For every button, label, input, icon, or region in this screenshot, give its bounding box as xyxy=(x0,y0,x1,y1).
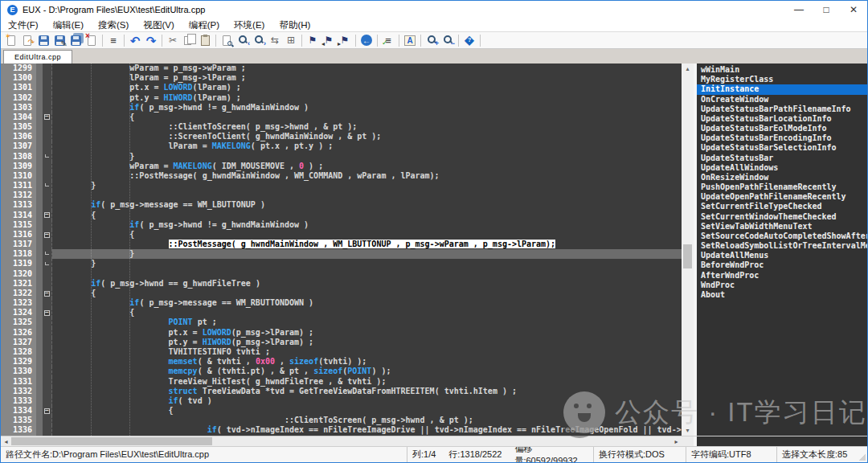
code-line[interactable]: 1311 } xyxy=(1,181,682,191)
fold-margin[interactable] xyxy=(43,93,52,103)
code-line[interactable]: 1334− { xyxy=(1,406,682,416)
fold-collapse-icon[interactable]: − xyxy=(44,212,50,218)
fold-collapse-icon[interactable]: − xyxy=(44,232,50,238)
save-button[interactable] xyxy=(35,32,51,48)
scroll-left-arrow-icon[interactable]: ◂ xyxy=(1,436,11,446)
save-all-button[interactable] xyxy=(68,32,84,48)
fold-margin[interactable] xyxy=(43,152,52,162)
function-list-item[interactable]: AfterWndProc xyxy=(697,271,867,281)
fold-margin[interactable]: − xyxy=(43,289,52,298)
fold-margin[interactable] xyxy=(43,269,52,279)
code-line[interactable]: 1328 TVHITTESTINFO tvhti ; xyxy=(1,347,682,357)
fold-margin[interactable] xyxy=(43,367,52,376)
code-line[interactable]: 1321 if( p_msg->hwnd == g_hwndFileTree ) xyxy=(1,279,682,289)
code-line[interactable]: 1322− { xyxy=(1,289,682,298)
code-line[interactable]: 1308 } xyxy=(1,152,682,162)
menu-item-help[interactable]: 帮助(H) xyxy=(272,18,317,31)
menu-item-program[interactable]: 编程(P) xyxy=(182,18,227,31)
code-line[interactable]: 1327 pt.y = HIWORD(p_msg->lParam) ; xyxy=(1,338,682,347)
function-list-item[interactable]: UpdateOpenPathFilenameRecently xyxy=(697,192,867,202)
find-button[interactable] xyxy=(219,32,235,48)
code-line[interactable]: 1330 memcpy( & (tvhti.pt) , & pt , sizeo… xyxy=(1,367,682,376)
fold-margin[interactable] xyxy=(43,83,52,92)
code-line[interactable]: 1313 if( p_msg->message == WM_LBUTTONUP … xyxy=(1,200,682,210)
redo-button[interactable]: ↷ xyxy=(143,32,159,48)
function-list-item[interactable]: UpdateStatusBar xyxy=(697,154,867,163)
vertical-scroll-thumb[interactable] xyxy=(683,244,692,268)
fold-margin[interactable] xyxy=(43,328,52,338)
function-list-item[interactable]: SetReloadSymbolListOrTreeIntervalMen xyxy=(697,241,867,251)
about-button[interactable]: ◆? xyxy=(461,32,477,48)
fold-collapse-icon[interactable]: − xyxy=(44,291,50,297)
fold-margin[interactable] xyxy=(43,103,52,113)
function-list-item[interactable]: PushOpenPathFilenameRecently xyxy=(697,182,867,192)
code-editor[interactable]: 1299 wParam = p_msg->wParam ;1300 lParam… xyxy=(1,64,682,436)
code-line[interactable]: 1318 } xyxy=(1,249,682,259)
code-line[interactable]: 1302 pt.y = HIWORD(lParam) ; xyxy=(1,93,682,103)
function-list-item[interactable]: WndProc xyxy=(697,281,867,290)
function-list-item[interactable]: UpdateStatusBarEolModeInfo xyxy=(697,124,867,133)
function-list-item[interactable]: UpdateAllWindows xyxy=(697,163,867,173)
fold-margin[interactable] xyxy=(43,64,52,73)
code-line[interactable]: 1324− { xyxy=(1,308,682,318)
function-list-item[interactable]: OnCreateWindow xyxy=(697,95,867,104)
fold-margin[interactable] xyxy=(43,200,52,210)
function-list-item[interactable]: UpdateStatusBarPathFilenameInfo xyxy=(697,104,867,114)
code-line[interactable]: 1332 struct TreeViewData *tvd = GetTreeV… xyxy=(1,387,682,396)
find-next-button[interactable]: › xyxy=(251,32,267,48)
function-list-item[interactable]: UpdateStatusBarSelectionInfo xyxy=(697,143,867,153)
fold-margin[interactable] xyxy=(43,387,52,396)
fold-margin[interactable] xyxy=(43,240,52,249)
fold-margin[interactable] xyxy=(43,171,52,181)
code-line[interactable]: 1301 pt.x = LOWORD(lParam) ; xyxy=(1,83,682,92)
code-line[interactable]: 1307 lParam = MAKELONG( pt.x , pt.y ) ; xyxy=(1,141,682,151)
open-file-button[interactable]: ↷ xyxy=(19,32,35,48)
code-line[interactable]: 1325 POINT pt ; xyxy=(1,318,682,327)
code-line[interactable]: 1329 memset( & tvhti , 0x00 , sizeof(tvh… xyxy=(1,357,682,367)
fold-margin[interactable]: − xyxy=(43,211,52,220)
fold-margin[interactable]: − xyxy=(43,230,52,240)
tab-editultra-cpp[interactable]: EditUltra.cpp xyxy=(3,50,72,64)
fold-collapse-icon[interactable]: − xyxy=(44,408,50,414)
scroll-right-arrow-icon[interactable]: ▸ xyxy=(671,436,682,446)
menu-item-view[interactable]: 视图(V) xyxy=(136,18,181,31)
fold-margin[interactable] xyxy=(43,220,52,230)
close-button[interactable]: ✕ xyxy=(840,1,867,18)
zoom-in-button[interactable]: + xyxy=(424,32,440,48)
horizontal-scrollbar[interactable]: ◂ ▸ xyxy=(1,436,682,446)
back-button[interactable]: ← xyxy=(358,32,375,48)
code-line[interactable]: 1323 if( p_msg->message == WM_RBUTTONDOW… xyxy=(1,298,682,308)
prev-bookmark-button[interactable]: ⚑◂ xyxy=(321,32,337,48)
bookmark-button[interactable]: ⚑ xyxy=(305,32,321,48)
fold-margin[interactable] xyxy=(43,347,52,357)
copy-button[interactable] xyxy=(181,32,197,48)
next-bookmark-button[interactable]: ⚑▸ xyxy=(337,32,353,48)
function-list-item[interactable]: SetCurrentFileTypeChecked xyxy=(697,202,867,211)
code-line[interactable]: 1310 ::PostMessage( g_hwndMainWindow , W… xyxy=(1,171,682,181)
code-line[interactable]: 1333 if( tvd ) xyxy=(1,396,682,406)
fold-margin[interactable] xyxy=(43,162,52,171)
function-list-item[interactable]: UpdateAllMenus xyxy=(697,251,867,260)
fold-margin[interactable] xyxy=(43,191,52,200)
zoom-out-button[interactable]: − xyxy=(440,32,456,48)
code-line[interactable]: 1331 TreeView_HitTest( g_hwndFileTree , … xyxy=(1,377,682,387)
function-list-item[interactable]: SetViewTabWidthMenuText xyxy=(697,222,867,232)
maximize-button[interactable]: □ xyxy=(813,1,840,18)
code-line[interactable]: 1320 xyxy=(1,269,682,279)
code-line[interactable]: 1314− { xyxy=(1,211,682,220)
code-line[interactable]: 1315 if( p_msg->hwnd != g_hwndMainWindow… xyxy=(1,220,682,230)
fold-margin[interactable] xyxy=(43,377,52,387)
menu-item-file[interactable]: 文件(F) xyxy=(1,18,46,31)
fold-margin[interactable] xyxy=(43,425,52,435)
code-line[interactable]: 1336 if( tvd->nImageIndex == nFileTreeIm… xyxy=(1,425,682,435)
fold-margin[interactable] xyxy=(43,132,52,141)
fold-margin[interactable] xyxy=(43,249,52,259)
undo-button[interactable]: ↶ xyxy=(127,32,143,48)
horizontal-scroll-thumb[interactable] xyxy=(11,437,212,445)
function-list-item[interactable]: UpdateStatusBarLocationInfo xyxy=(697,114,867,124)
resize-grip[interactable] xyxy=(859,454,866,461)
fold-margin[interactable] xyxy=(43,122,52,132)
fold-margin[interactable] xyxy=(43,416,52,425)
code-line[interactable]: 1312 xyxy=(1,191,682,200)
vertical-scroll-track[interactable] xyxy=(682,74,694,425)
